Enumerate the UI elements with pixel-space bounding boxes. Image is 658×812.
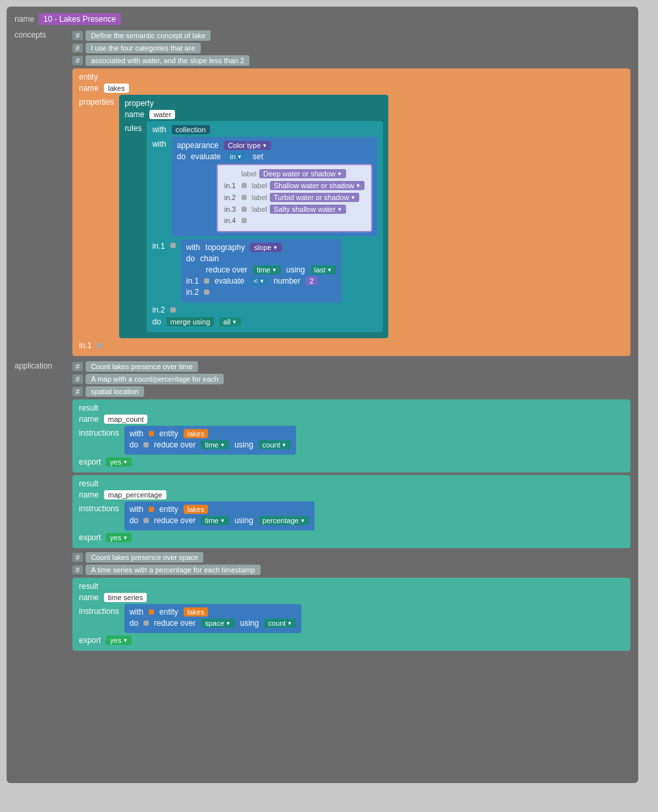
slope-dropdown[interactable]: slope — [250, 243, 282, 252]
with-label: with — [152, 125, 166, 134]
in1-label: in.1 — [152, 241, 164, 251]
result3-name-row: name time series — [79, 593, 624, 602]
reduce-label: reduce over — [206, 265, 247, 274]
result1-entity-label: entity — [159, 429, 178, 438]
in-dropdown[interactable]: in — [226, 152, 245, 161]
with2-label: with — [152, 140, 166, 149]
label-turbid-water[interactable]: Turbid water or shadow — [270, 193, 359, 202]
result1-do-row: do reduce over time using count — [130, 440, 291, 449]
appearance-row: appearance Color type — [177, 141, 372, 150]
concepts-section: concepts # Define the semantic concept o… — [14, 30, 630, 356]
result1-with-label: with — [130, 429, 143, 438]
evaluate2-label: evaluate — [215, 276, 244, 286]
label-salty-water[interactable]: Salty shallow water — [270, 205, 346, 214]
do-evaluate-row: do evaluate in set — [177, 152, 372, 161]
in-2: in.2 — [224, 193, 239, 201]
in1b-label: in.1 — [186, 276, 199, 286]
result1-name-value: map_count — [104, 415, 147, 424]
in2-label: in.2 — [186, 288, 199, 297]
comment-2: # I use the four categories that are — [72, 43, 630, 53]
in1b-connector — [204, 278, 209, 284]
result1-name-label: name — [79, 415, 99, 424]
result2-with-row: with entity lakes — [130, 505, 309, 514]
connector-2 — [241, 195, 247, 200]
result2-do-connector — [143, 518, 149, 523]
all-dropdown[interactable]: all — [219, 317, 241, 326]
result3-block: result name time series instructions wit… — [72, 578, 630, 651]
result1-label-row: result — [79, 403, 624, 413]
result3-instructions-block: with entity lakes do reduce over space u… — [124, 604, 302, 633]
properties-row: properties property name water — [79, 95, 624, 338]
result3-count-dropdown[interactable]: count — [264, 619, 296, 628]
concepts-label-col: concepts — [14, 30, 67, 356]
result2-time-dropdown[interactable]: time — [201, 516, 229, 525]
result2-do-row: do reduce over time using percentage — [130, 516, 309, 525]
using-label: using — [286, 265, 305, 274]
in-4: in.4 — [224, 216, 239, 224]
label-row-4: in.4 — [224, 216, 365, 224]
in1-connector — [170, 243, 176, 248]
result3-name-value: time series — [104, 593, 147, 602]
color-type-dropdown[interactable]: Color type — [224, 141, 271, 150]
result3-reduce-label: reduce over — [154, 619, 195, 628]
do3-label: do — [152, 317, 161, 326]
main-container: name 10 - Lakes Presence concepts # Defi… — [7, 7, 638, 783]
label-key-1: label — [252, 182, 267, 190]
label-shallow-water[interactable]: Shallow water or shadow — [270, 181, 365, 190]
connector-3 — [241, 207, 247, 212]
result2-reduce-label: reduce over — [154, 516, 195, 525]
application-section: application # Count lakes presence over … — [14, 361, 630, 653]
result3-export-value[interactable]: yes — [106, 636, 132, 645]
result1-entity-icon — [149, 431, 154, 436]
reduce-row: reduce over time using last — [206, 265, 336, 274]
space-comment-text-2: A time series with a percentage for each… — [86, 565, 260, 575]
merge-label: merge using — [166, 317, 215, 326]
app-comment-3: # spatial location — [72, 386, 630, 397]
space-hash-1: # — [72, 553, 83, 562]
result1-instructions-row: instructions with entity lakes do reduc — [79, 426, 624, 455]
result2-percentage-dropdown[interactable]: percentage — [259, 516, 309, 525]
result1-instructions-label: instructions — [79, 428, 119, 438]
app-comment-2: # A map with a count/percentage for each — [72, 374, 630, 384]
name-key: name — [14, 14, 34, 24]
last-dropdown[interactable]: last — [311, 265, 336, 274]
result3-name-label: name — [79, 593, 99, 602]
label-deep-water[interactable]: Deep water or shadow — [259, 169, 346, 178]
result3-label-row: result — [79, 582, 624, 591]
entity-row: entity — [79, 72, 624, 82]
label-key-0: label — [241, 170, 257, 178]
property-label: property — [124, 99, 153, 108]
prop-name-value: water — [149, 110, 175, 119]
result3-space-dropdown[interactable]: space — [201, 619, 234, 628]
properties-label: properties — [79, 97, 114, 107]
result1-time-dropdown[interactable]: time — [201, 440, 229, 449]
result2-entity-value: lakes — [184, 505, 209, 514]
result1-do-connector — [143, 442, 149, 447]
app-comment-text-1: Count lakes presence over time — [86, 361, 198, 372]
name-bar: name 10 - Lakes Presence — [14, 13, 630, 25]
space-comment-1: # Count lakes presence over space — [72, 552, 630, 563]
result1-count-dropdown[interactable]: count — [259, 440, 291, 449]
label-row-3: in.3 label Salty shallow water — [224, 205, 365, 214]
collection-label: collection — [172, 125, 210, 134]
result2-export-value[interactable]: yes — [106, 533, 132, 542]
name-value: 10 - Lakes Presence — [38, 13, 121, 25]
connector-4 — [241, 218, 247, 223]
result2-with-label: with — [130, 505, 143, 514]
lt-dropdown[interactable]: < — [249, 276, 268, 286]
result2-block: result name map_percentage instructions … — [72, 475, 630, 548]
result2-label: result — [79, 479, 98, 488]
evaluate-label: evaluate — [191, 152, 220, 161]
result1-instructions-block: with entity lakes do reduce over time us… — [124, 426, 296, 455]
result3-do-label: do — [130, 619, 138, 628]
comment-3: # associated with water, and the slope l… — [72, 55, 630, 66]
entity-name-value: lakes — [104, 84, 129, 93]
result1-export-value[interactable]: yes — [106, 457, 132, 467]
number-value: 2 — [306, 276, 318, 286]
label-row-2: in.2 label Turbid water or shadow — [224, 193, 365, 202]
in2-outer-label: in.2 — [152, 305, 164, 315]
app-comment-text-2: A map with a count/percentage for each — [86, 374, 224, 384]
time-dropdown[interactable]: time — [253, 265, 281, 274]
result3-entity-label: entity — [159, 607, 178, 617]
hash-1: # — [72, 31, 83, 40]
